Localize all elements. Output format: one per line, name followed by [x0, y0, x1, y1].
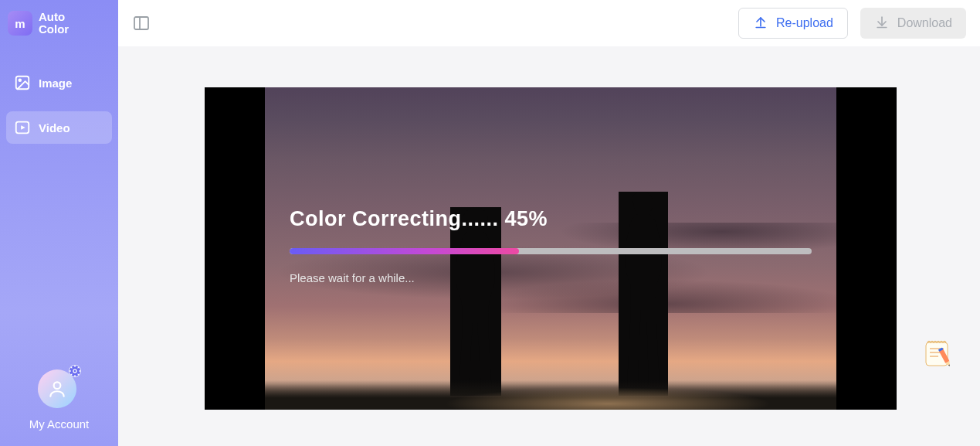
video-canvas: Color Correcting...... 45% Please wait f… [205, 87, 897, 410]
topbar: Re-upload Download [118, 0, 980, 46]
reupload-button[interactable]: Re-upload [738, 8, 848, 39]
svg-marker-3 [21, 125, 25, 130]
sidebar-item-label: Video [39, 121, 70, 134]
sidebar-account[interactable]: My Account [6, 365, 112, 431]
avatar-wrap [38, 365, 81, 408]
scene-ground [265, 388, 836, 410]
svg-rect-15 [134, 17, 148, 29]
progress-title: Color Correcting...... 45% [290, 207, 812, 231]
progress-track [290, 248, 812, 254]
main-workspace: Color Correcting...... 45% Please wait f… [118, 46, 980, 446]
brand-title-line1: Auto [39, 11, 69, 23]
brand: m Auto Color [6, 11, 112, 36]
progress-fill [290, 248, 519, 254]
video-icon [14, 119, 31, 136]
brand-logo: m [8, 11, 32, 36]
brand-title: Auto Color [39, 11, 69, 36]
progress-subtext: Please wait for a while... [290, 271, 812, 284]
account-label: My Account [29, 417, 90, 431]
svg-point-4 [53, 382, 60, 389]
sidebar-item-video[interactable]: Video [6, 111, 112, 144]
progress-title-prefix: Color Correcting...... [290, 207, 499, 230]
gear-icon [67, 363, 83, 379]
svg-point-1 [19, 79, 21, 81]
sidebar-nav: Image Video [6, 66, 112, 144]
brand-title-line2: Color [39, 23, 69, 36]
download-icon [874, 14, 890, 32]
sidebar: m Auto Color Image [0, 0, 118, 446]
sidebar-collapse-icon[interactable] [132, 14, 151, 32]
sidebar-item-label: Image [39, 77, 72, 90]
sidebar-item-image[interactable]: Image [6, 66, 112, 99]
brand-logo-letter: m [15, 17, 25, 30]
upload-icon [753, 14, 768, 32]
progress-overlay: Color Correcting...... 45% Please wait f… [290, 207, 812, 284]
progress-percent: 45% [505, 207, 548, 230]
image-icon [14, 74, 31, 91]
download-button-label: Download [897, 16, 952, 30]
reupload-button-label: Re-upload [776, 16, 833, 30]
feedback-widget-icon[interactable] [923, 338, 954, 369]
download-button: Download [860, 8, 966, 39]
